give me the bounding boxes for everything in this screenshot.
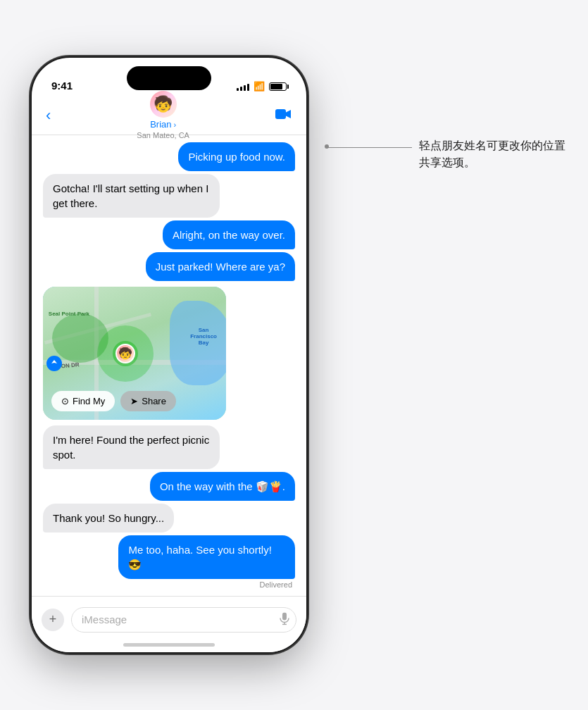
- video-call-button[interactable]: [275, 106, 292, 125]
- status-icons: 📶: [237, 81, 287, 92]
- share-button[interactable]: ➤ Share: [120, 391, 176, 411]
- callout-annotation: 轻点朋友姓名可更改你的位置共享选项。: [419, 137, 567, 171]
- contact-name[interactable]: Brian ›: [150, 119, 176, 130]
- phone-shell: 9:41 📶 ‹ 🧒 Brian ›: [32, 58, 306, 652]
- user-pin: 🧒: [97, 325, 154, 382]
- messages-area: Picking up food now. Gotcha! I'll start …: [32, 135, 306, 596]
- message-row: I'm here! Found the perfect picnic spot.: [43, 425, 295, 469]
- message-row: Thank you! So hungry...: [43, 504, 295, 532]
- received-bubble: Thank you! So hungry...: [43, 504, 174, 532]
- message-row: Me too, haha. See you shortly! 😎 Deliver…: [43, 535, 295, 589]
- battery-icon: [269, 82, 287, 91]
- message-row: Alright, on the way over.: [43, 220, 295, 249]
- home-indicator: [123, 643, 215, 647]
- contact-header[interactable]: 🧒 Brian › San Mateo, CA: [137, 91, 189, 139]
- find-my-button[interactable]: ⊙ Find My: [51, 391, 115, 411]
- share-icon: ➤: [130, 396, 138, 406]
- location-map-bubble[interactable]: Seal Point Park SanFranciscoBay INTON DR: [43, 287, 226, 420]
- chevron-right-icon: ›: [174, 120, 177, 129]
- mic-button[interactable]: [280, 612, 289, 627]
- status-time: 9:41: [51, 80, 73, 92]
- back-button[interactable]: ‹: [46, 106, 51, 125]
- svg-rect-1: [282, 612, 287, 620]
- message-input[interactable]: iMessage: [71, 607, 296, 633]
- dynamic-island: [127, 66, 211, 90]
- delivered-status: Delivered: [260, 580, 292, 589]
- received-bubble: Gotcha! I'll start setting up when I get…: [43, 174, 220, 218]
- message-row: On the way with the 🥡🍟.: [43, 472, 295, 501]
- bay-label: SanFranciscoBay: [190, 327, 217, 346]
- sent-bubble: On the way with the 🥡🍟.: [150, 472, 295, 501]
- map-action-buttons: ⊙ Find My ➤ Share: [51, 391, 176, 411]
- add-attachment-button[interactable]: +: [42, 609, 64, 631]
- svg-rect-0: [275, 109, 286, 119]
- received-bubble: I'm here! Found the perfect picnic spot.: [43, 425, 220, 469]
- message-row: Gotcha! I'll start setting up when I get…: [43, 174, 295, 218]
- sent-bubble: Alright, on the way over.: [163, 220, 295, 249]
- sent-bubble: Me too, haha. See you shortly! 😎: [118, 535, 295, 579]
- message-input-wrapper: iMessage: [71, 607, 296, 633]
- sent-bubble: Just parked! Where are ya?: [146, 252, 295, 281]
- find-my-icon: ⊙: [61, 396, 69, 406]
- signal-icon: [237, 82, 249, 91]
- navigation-bar: ‹ 🧒 Brian › San Mateo, CA: [32, 96, 306, 135]
- message-row: Picking up food now.: [43, 142, 295, 171]
- park-label: Seal Point Park: [49, 311, 89, 317]
- sent-bubble: Picking up food now.: [178, 142, 295, 171]
- message-row: Just parked! Where are ya?: [43, 252, 295, 281]
- contact-location: San Mateo, CA: [137, 131, 189, 139]
- wifi-icon: 📶: [254, 81, 265, 92]
